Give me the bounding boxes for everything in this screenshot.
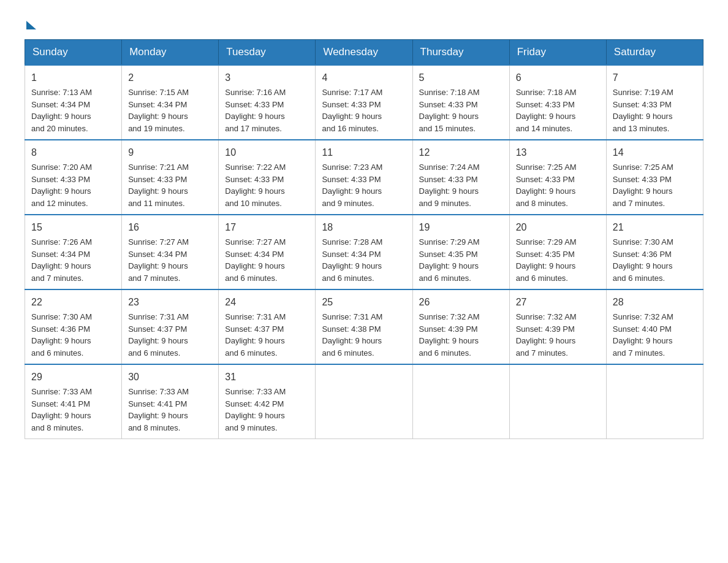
- sunrise-text: Sunrise: 7:32 AM: [419, 312, 480, 321]
- daylight-text: Daylight: 9 hours: [322, 261, 382, 270]
- sunrise-text: Sunrise: 7:18 AM: [419, 88, 480, 97]
- daylight-text: Daylight: 9 hours: [516, 261, 576, 270]
- day-number: 26: [419, 295, 503, 310]
- daylight-minutes: and 14 minutes.: [516, 124, 573, 133]
- day-number: 28: [613, 295, 697, 310]
- daylight-text: Daylight: 9 hours: [31, 112, 91, 121]
- sunrise-text: Sunrise: 7:16 AM: [225, 88, 286, 97]
- sunset-text: Sunset: 4:33 PM: [516, 175, 575, 184]
- calendar-cell: 7Sunrise: 7:19 AMSunset: 4:33 PMDaylight…: [606, 65, 703, 140]
- calendar-cell: 12Sunrise: 7:24 AMSunset: 4:33 PMDayligh…: [412, 140, 509, 215]
- day-number: 27: [516, 295, 600, 310]
- calendar-cell: 11Sunrise: 7:23 AMSunset: 4:33 PMDayligh…: [316, 140, 412, 215]
- sunset-text: Sunset: 4:36 PM: [31, 324, 90, 334]
- day-number: 9: [128, 145, 212, 160]
- calendar-cell: 8Sunrise: 7:20 AMSunset: 4:33 PMDaylight…: [25, 140, 122, 215]
- daylight-minutes: and 6 minutes.: [322, 274, 374, 283]
- daylight-minutes: and 7 minutes.: [31, 274, 83, 283]
- day-number: 15: [31, 220, 115, 235]
- daylight-minutes: and 11 minutes.: [128, 199, 185, 208]
- daylight-text: Daylight: 9 hours: [225, 336, 285, 345]
- daylight-minutes: and 19 minutes.: [128, 124, 185, 133]
- sunrise-text: Sunrise: 7:32 AM: [516, 312, 577, 321]
- sunset-text: Sunset: 4:36 PM: [613, 250, 672, 259]
- sunrise-text: Sunrise: 7:31 AM: [225, 312, 286, 321]
- day-number: 8: [31, 145, 115, 160]
- sunset-text: Sunset: 4:33 PM: [516, 100, 575, 109]
- daylight-text: Daylight: 9 hours: [322, 112, 382, 121]
- daylight-text: Daylight: 9 hours: [419, 336, 479, 345]
- day-number: 18: [322, 220, 406, 235]
- daylight-text: Daylight: 9 hours: [322, 186, 382, 196]
- sunrise-text: Sunrise: 7:32 AM: [613, 312, 673, 321]
- day-number: 3: [225, 71, 309, 85]
- sunrise-text: Sunrise: 7:22 AM: [225, 163, 286, 172]
- sunset-text: Sunset: 4:39 PM: [516, 324, 575, 334]
- day-number: 31: [225, 370, 309, 385]
- daylight-minutes: and 9 minutes.: [419, 199, 471, 208]
- sunrise-text: Sunrise: 7:25 AM: [516, 163, 577, 172]
- sunrise-text: Sunrise: 7:18 AM: [516, 88, 577, 97]
- calendar-cell: 27Sunrise: 7:32 AMSunset: 4:39 PMDayligh…: [509, 289, 606, 364]
- daylight-text: Daylight: 9 hours: [225, 112, 285, 121]
- calendar-cell: 26Sunrise: 7:32 AMSunset: 4:39 PMDayligh…: [412, 289, 509, 364]
- calendar-cell: [316, 364, 412, 439]
- calendar-cell: 28Sunrise: 7:32 AMSunset: 4:40 PMDayligh…: [606, 289, 703, 364]
- sunrise-text: Sunrise: 7:27 AM: [225, 237, 286, 247]
- sunset-text: Sunset: 4:33 PM: [322, 100, 381, 109]
- calendar-cell: [412, 364, 509, 439]
- daylight-text: Daylight: 9 hours: [225, 411, 285, 420]
- daylight-minutes: and 8 minutes.: [31, 423, 83, 432]
- logo: [25, 18, 36, 27]
- daylight-minutes: and 20 minutes.: [31, 124, 88, 133]
- day-number: 16: [128, 220, 212, 235]
- day-number: 20: [516, 220, 600, 235]
- sunrise-text: Sunrise: 7:21 AM: [128, 163, 189, 172]
- calendar-week-2: 8Sunrise: 7:20 AMSunset: 4:33 PMDaylight…: [25, 140, 703, 215]
- day-header-monday: Monday: [122, 40, 219, 66]
- sunset-text: Sunset: 4:41 PM: [128, 399, 187, 408]
- daylight-minutes: and 6 minutes.: [31, 348, 83, 358]
- daylight-minutes: and 10 minutes.: [225, 199, 282, 208]
- sunrise-text: Sunrise: 7:24 AM: [419, 163, 480, 172]
- calendar-cell: 1Sunrise: 7:13 AMSunset: 4:34 PMDaylight…: [25, 65, 122, 140]
- daylight-minutes: and 13 minutes.: [613, 124, 670, 133]
- daylight-minutes: and 6 minutes.: [322, 348, 374, 358]
- calendar-cell: 15Sunrise: 7:26 AMSunset: 4:34 PMDayligh…: [25, 215, 122, 289]
- sunrise-text: Sunrise: 7:33 AM: [128, 387, 189, 396]
- daylight-text: Daylight: 9 hours: [31, 411, 91, 420]
- sunset-text: Sunset: 4:41 PM: [31, 399, 90, 408]
- sunrise-text: Sunrise: 7:25 AM: [613, 163, 673, 172]
- sunrise-text: Sunrise: 7:29 AM: [516, 237, 577, 247]
- sunset-text: Sunset: 4:33 PM: [419, 175, 478, 184]
- day-number: 24: [225, 295, 309, 310]
- daylight-text: Daylight: 9 hours: [613, 186, 673, 196]
- calendar-cell: 30Sunrise: 7:33 AMSunset: 4:41 PMDayligh…: [122, 364, 219, 439]
- sunrise-text: Sunrise: 7:17 AM: [322, 88, 382, 97]
- daylight-text: Daylight: 9 hours: [613, 112, 673, 121]
- sunset-text: Sunset: 4:40 PM: [613, 324, 672, 334]
- calendar-week-1: 1Sunrise: 7:13 AMSunset: 4:34 PMDaylight…: [25, 65, 703, 140]
- sunrise-text: Sunrise: 7:26 AM: [31, 237, 92, 247]
- daylight-text: Daylight: 9 hours: [128, 411, 188, 420]
- day-header-tuesday: Tuesday: [219, 40, 316, 66]
- sunset-text: Sunset: 4:33 PM: [613, 175, 672, 184]
- day-number: 1: [31, 71, 115, 85]
- day-number: 17: [225, 220, 309, 235]
- sunset-text: Sunset: 4:33 PM: [31, 175, 90, 184]
- day-number: 14: [613, 145, 697, 160]
- day-number: 11: [322, 145, 406, 160]
- day-number: 22: [31, 295, 115, 310]
- sunset-text: Sunset: 4:34 PM: [31, 250, 90, 259]
- sunset-text: Sunset: 4:34 PM: [128, 250, 187, 259]
- calendar-week-4: 22Sunrise: 7:30 AMSunset: 4:36 PMDayligh…: [25, 289, 703, 364]
- daylight-text: Daylight: 9 hours: [419, 186, 479, 196]
- day-number: 25: [322, 295, 406, 310]
- daylight-minutes: and 6 minutes.: [419, 348, 471, 358]
- calendar-cell: 6Sunrise: 7:18 AMSunset: 4:33 PMDaylight…: [509, 65, 606, 140]
- calendar-cell: 21Sunrise: 7:30 AMSunset: 4:36 PMDayligh…: [606, 215, 703, 289]
- daylight-text: Daylight: 9 hours: [225, 186, 285, 196]
- sunset-text: Sunset: 4:38 PM: [322, 324, 381, 334]
- sunrise-text: Sunrise: 7:20 AM: [31, 163, 92, 172]
- sunset-text: Sunset: 4:33 PM: [128, 175, 187, 184]
